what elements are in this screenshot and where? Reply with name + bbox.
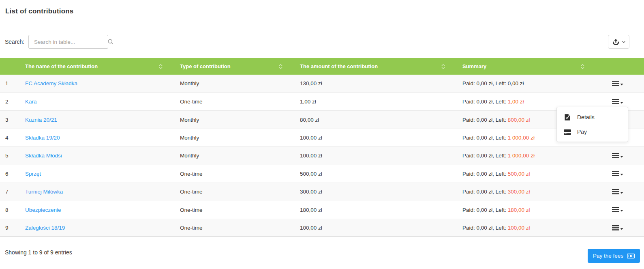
contribution-amount: 100,00 zł [295, 147, 458, 165]
contribution-name-link[interactable]: Składka 19/20 [25, 135, 60, 141]
row-actions-button[interactable] [610, 98, 625, 105]
sort-icon[interactable] [441, 64, 445, 69]
contribution-type: Monthly [175, 147, 295, 165]
contribution-type: One-time [175, 201, 295, 219]
sort-icon[interactable] [580, 64, 585, 69]
row-number: 4 [0, 129, 20, 146]
contribution-type: One-time [175, 219, 295, 237]
contribution-amount: 300,00 zł [295, 183, 458, 201]
summary-cell: Paid: 0,00 zł, Left: 500,00 zł [458, 165, 591, 183]
summary-cell: Paid: 0,00 zł, Left: 100,00 zł [458, 219, 591, 237]
contribution-type: One-time [175, 93, 295, 110]
search-label: Search: [5, 39, 24, 45]
column-header-summary[interactable]: Summary [458, 58, 591, 75]
summary-left-value: 300,00 zł [508, 189, 530, 195]
hamburger-caret-icon [612, 172, 623, 178]
contribution-amount: 180,00 zł [295, 201, 458, 219]
menu-item-label: Details [577, 114, 595, 121]
row-actions-button[interactable] [610, 80, 625, 87]
summary-paid-text: Paid: 0,00 zł, Left: [462, 80, 508, 86]
banknote-icon [627, 254, 635, 258]
column-header-actions [591, 58, 644, 75]
summary-paid-text: Paid: 0,00 zł, Left: [462, 99, 508, 105]
table-row: 4 Składka 19/20 Monthly 100,00 zł Paid: … [0, 129, 644, 146]
contribution-amount: 500,00 zł [295, 165, 458, 183]
summary-paid-text: Paid: 0,00 zł, Left: [462, 171, 508, 177]
contribution-type: Monthly [175, 75, 295, 93]
contribution-type: One-time [175, 165, 295, 183]
contribution-name-link[interactable]: Zaległości 18/19 [25, 225, 65, 231]
contribution-type: Monthly [175, 111, 295, 129]
table-row: 1 FC Academy Składka Monthly 130,00 zł P… [0, 75, 644, 93]
row-number: 8 [0, 201, 20, 219]
table-row: 6 Sprzęt One-time 500,00 zł Paid: 0,00 z… [0, 165, 644, 183]
contribution-type: One-time [175, 183, 295, 201]
row-number: 7 [0, 183, 20, 201]
document-check-icon [564, 114, 571, 121]
row-number: 3 [0, 111, 20, 129]
hamburger-caret-icon [612, 226, 623, 232]
summary-paid-text: Paid: 0,00 zł, Left: [462, 153, 508, 159]
contribution-name-link[interactable]: Sprzęt [25, 171, 41, 177]
column-header-label: The name of the contribution [25, 63, 98, 69]
menu-item-pay[interactable]: Pay [557, 125, 628, 139]
row-number: 9 [0, 219, 20, 237]
row-number: 1 [0, 75, 20, 93]
row-number: 2 [0, 93, 20, 110]
summary-left-value: 100,00 zł [508, 225, 530, 231]
row-actions-button[interactable] [610, 206, 625, 213]
summary-cell: Paid: 0,00 zł, Left: 0,00 zł [458, 75, 591, 93]
table-row: 3 Kuznia 20/21 Monthly 80,00 zł Paid: 0,… [0, 111, 644, 129]
summary-paid-text: Paid: 0,00 zł, Left: [462, 225, 508, 231]
hamburger-caret-icon [612, 82, 623, 88]
summary-paid-text: Paid: 0,00 zł, Left: [462, 207, 508, 213]
summary-cell: Paid: 0,00 zł, Left: 1 000,00 zł [458, 147, 591, 165]
table-row: 2 Kara One-time 1,00 zł Paid: 0,00 zł, L… [0, 93, 644, 110]
summary-paid-text: Paid: 0,00 zł, Left: [462, 135, 508, 141]
column-header-name[interactable]: The name of the contribution [20, 58, 175, 75]
contribution-name-link[interactable]: Turniej Milówka [25, 189, 63, 195]
hamburger-caret-icon [612, 190, 623, 196]
column-header-type[interactable]: Type of contribution [175, 58, 295, 75]
summary-cell: Paid: 0,00 zł, Left: 300,00 zł [458, 183, 591, 201]
page-title: List of contributions [5, 7, 74, 15]
sort-icon[interactable] [278, 64, 283, 69]
menu-item-details[interactable]: Details [557, 110, 628, 125]
contribution-amount: 100,00 zł [295, 129, 458, 146]
column-header-label: Type of contribution [180, 63, 231, 69]
summary-paid-text: Paid: 0,00 zł, Left: [462, 189, 508, 195]
pay-fees-button[interactable]: Pay the fees [588, 249, 640, 263]
row-number: 5 [0, 147, 20, 165]
search-icon [107, 39, 114, 45]
export-button[interactable] [608, 35, 629, 49]
contribution-name-link[interactable]: FC Academy Składka [25, 80, 77, 86]
contribution-amount: 100,00 zł [295, 219, 458, 237]
column-header-label: The amount of the contribution [300, 63, 378, 69]
row-actions-button[interactable] [610, 170, 625, 177]
contribution-name-link[interactable]: Składka Młodsi [25, 153, 62, 159]
table-row: 7 Turniej Milówka One-time 300,00 zł Pai… [0, 183, 644, 201]
row-actions-button[interactable] [610, 188, 625, 196]
menu-item-label: Pay [577, 129, 587, 135]
table-header-row: The name of the contribution Type of con… [0, 58, 644, 75]
contribution-name-link[interactable]: Kara [25, 99, 37, 105]
summary-left-value: 800,00 zł [508, 117, 530, 123]
contribution-amount: 1,00 zł [295, 93, 458, 110]
hamburger-caret-icon [612, 100, 623, 106]
summary-left-value: 1,00 zł [508, 99, 524, 105]
summary-left-value: 500,00 zł [508, 171, 530, 177]
contribution-name-link[interactable]: Ubezpieczenie [25, 207, 61, 213]
summary-left-value: 1 000,00 zł [508, 135, 535, 141]
contributions-page: List of contributions Search: The name o… [0, 0, 644, 269]
row-actions-button[interactable] [610, 224, 625, 232]
sort-icon[interactable] [158, 64, 163, 69]
search-input[interactable] [29, 39, 107, 45]
row-actions-button[interactable] [610, 152, 625, 159]
chevron-down-icon [622, 41, 626, 43]
hamburger-caret-icon [612, 154, 623, 160]
contribution-name-link[interactable]: Kuznia 20/21 [25, 117, 57, 123]
summary-left-value: 1 000,00 zł [508, 153, 535, 159]
entries-info: Showing 1 to 9 of 9 entries [5, 249, 72, 256]
hamburger-caret-icon [612, 208, 623, 214]
column-header-amount[interactable]: The amount of the contribution [295, 58, 458, 75]
